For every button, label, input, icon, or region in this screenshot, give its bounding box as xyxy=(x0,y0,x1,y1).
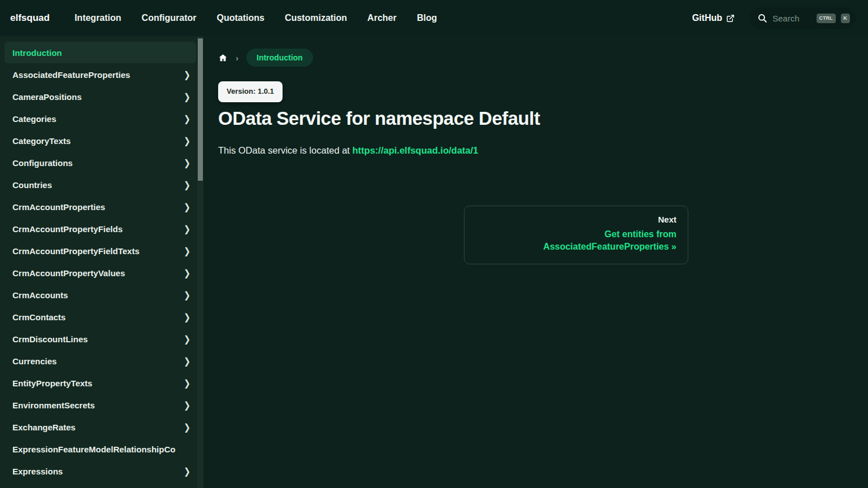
sidebar-item-crmdiscountlines[interactable]: CrmDiscountLines❯ xyxy=(5,328,196,350)
version-badge: Version: 1.0.1 xyxy=(218,81,283,102)
sidebar-item-label: CameraPositions xyxy=(12,92,178,102)
sidebar-item-entitypropertytexts[interactable]: EntityPropertyTexts❯ xyxy=(5,372,196,394)
chevron-right-icon: ❯ xyxy=(184,180,190,190)
main-nav: IntegrationConfiguratorQuotationsCustomi… xyxy=(75,13,437,23)
sidebar-item-introduction[interactable]: Introduction xyxy=(5,42,196,63)
breadcrumb: › Introduction xyxy=(218,49,688,67)
kbd-k: K xyxy=(841,14,850,23)
breadcrumb-current[interactable]: Introduction xyxy=(246,49,313,67)
sidebar-item-label: CrmContacts xyxy=(12,312,178,322)
nav-item-archer[interactable]: Archer xyxy=(367,13,397,23)
sidebar-item-label: ExpressionFeatureModelRelationshipCo xyxy=(12,445,190,454)
sidebar-item-label: CrmAccountProperties xyxy=(12,202,178,212)
sidebar-item-label: Currencies xyxy=(12,356,178,366)
sidebar-item-label: ExchangeRates xyxy=(12,422,178,432)
sidebar-item-categories[interactable]: Categories❯ xyxy=(5,108,196,129)
kbd-ctrl: CTRL xyxy=(817,14,836,23)
chevron-right-icon: ❯ xyxy=(184,91,190,102)
search-input[interactable]: Search CTRL K xyxy=(749,7,856,29)
sidebar-item-label: CrmAccounts xyxy=(12,290,178,300)
chevron-right-icon: ❯ xyxy=(184,378,190,388)
next-card-label: Next xyxy=(476,215,676,224)
sidebar-item-crmaccountpropertyfieldtexts[interactable]: CrmAccountPropertyFieldTexts❯ xyxy=(5,240,196,262)
breadcrumb-chevron-icon: › xyxy=(236,53,238,63)
nav-item-integration[interactable]: Integration xyxy=(75,13,121,23)
chevron-right-icon: ❯ xyxy=(184,202,190,212)
chevron-right-icon: ❯ xyxy=(184,69,190,80)
sidebar-item-crmaccountproperties[interactable]: CrmAccountProperties❯ xyxy=(5,196,196,217)
sidebar-item-associatedfeatureproperties[interactable]: AssociatedFeatureProperties❯ xyxy=(5,64,196,85)
chevron-right-icon: ❯ xyxy=(184,312,190,322)
nav-item-customization[interactable]: Customization xyxy=(285,13,347,23)
chevron-right-icon: ❯ xyxy=(184,224,190,234)
sidebar-item-expressionvariables[interactable]: ExpressionVariables❯ xyxy=(5,482,196,488)
chevron-right-icon: ❯ xyxy=(184,356,190,366)
chevron-right-icon: ❯ xyxy=(184,268,190,278)
sidebar-item-label: CrmAccountPropertyFieldTexts xyxy=(12,246,178,256)
sidebar-item-crmcontacts[interactable]: CrmContacts❯ xyxy=(5,306,196,328)
sidebar-item-label: Countries xyxy=(12,180,178,190)
next-card[interactable]: Next Get entities from AssociatedFeature… xyxy=(464,206,688,264)
top-nav-bar: elfsquad IntegrationConfiguratorQuotatio… xyxy=(0,0,868,36)
nav-item-blog[interactable]: Blog xyxy=(417,13,437,23)
sidebar-item-label: Categories xyxy=(12,114,178,124)
nav-item-configurator[interactable]: Configurator xyxy=(142,13,197,23)
sidebar-item-expressionfeaturemodelrelationshipco[interactable]: ExpressionFeatureModelRelationshipCo xyxy=(5,438,196,460)
chevron-right-icon: ❯ xyxy=(184,466,190,476)
sidebar-item-currencies[interactable]: Currencies❯ xyxy=(5,350,196,372)
sidebar-item-label: AssociatedFeatureProperties xyxy=(12,70,178,80)
chevron-right-icon: ❯ xyxy=(184,400,190,410)
sidebar-scrollbar-thumb[interactable] xyxy=(198,38,203,181)
sidebar-item-label: EntityPropertyTexts xyxy=(12,378,178,388)
page-title: OData Service for namespace Default xyxy=(218,108,688,129)
sidebar-item-label: Introduction xyxy=(12,48,190,58)
sidebar-item-exchangerates[interactable]: ExchangeRates❯ xyxy=(5,416,196,438)
next-card-link[interactable]: Get entities from AssociatedFeaturePrope… xyxy=(515,228,676,253)
sidebar-item-crmaccountpropertyvalues[interactable]: CrmAccountPropertyValues❯ xyxy=(5,262,196,284)
chevron-right-icon: ❯ xyxy=(184,114,190,124)
sidebar-item-expressions[interactable]: Expressions❯ xyxy=(5,460,196,482)
sidebar-item-categorytexts[interactable]: CategoryTexts❯ xyxy=(5,130,196,151)
sidebar-item-crmaccounts[interactable]: CrmAccounts❯ xyxy=(5,284,196,306)
home-icon[interactable] xyxy=(218,53,228,63)
search-placeholder: Search xyxy=(772,14,811,23)
sidebar-scrollbar[interactable] xyxy=(197,36,203,488)
header-right: GitHub Search CTRL K xyxy=(692,7,856,29)
sidebar-item-configurations[interactable]: Configurations❯ xyxy=(5,152,196,173)
chevron-right-icon: ❯ xyxy=(184,334,190,344)
search-icon xyxy=(757,13,767,23)
github-link-label: GitHub xyxy=(692,13,722,23)
service-location-text: This OData service is located at https:/… xyxy=(218,145,688,156)
nav-item-quotations[interactable]: Quotations xyxy=(216,13,264,23)
intro-text: This OData service is located at xyxy=(218,145,353,155)
chevron-right-icon: ❯ xyxy=(184,290,190,300)
chevron-right-icon: ❯ xyxy=(184,158,190,168)
sidebar-item-label: Configurations xyxy=(12,158,178,168)
sidebar-item-label: Expressions xyxy=(12,467,178,476)
service-url-link[interactable]: https://api.elfsquad.io/data/1 xyxy=(353,145,479,155)
sidebar-item-environmentsecrets[interactable]: EnvironmentSecrets❯ xyxy=(5,394,196,416)
sidebar-item-label: EnvironmentSecrets xyxy=(12,400,178,410)
github-link[interactable]: GitHub xyxy=(692,13,735,23)
chevron-right-icon: ❯ xyxy=(184,246,190,256)
sidebar-item-label: CrmDiscountLines xyxy=(12,334,178,344)
sidebar-item-label: CategoryTexts xyxy=(12,136,178,146)
logo[interactable]: elfsquad xyxy=(10,12,50,24)
main-content: › Introduction Version: 1.0.1 OData Serv… xyxy=(203,36,868,488)
external-link-icon xyxy=(726,14,735,23)
chevron-right-icon: ❯ xyxy=(184,136,190,146)
sidebar-list: IntroductionAssociatedFeatureProperties❯… xyxy=(5,42,196,488)
sidebar-item-camerapositions[interactable]: CameraPositions❯ xyxy=(5,86,196,107)
sidebar: IntroductionAssociatedFeatureProperties❯… xyxy=(0,36,203,488)
sidebar-item-crmaccountpropertyfields[interactable]: CrmAccountPropertyFields❯ xyxy=(5,218,196,239)
sidebar-item-label: CrmAccountPropertyValues xyxy=(12,268,178,278)
sidebar-item-countries[interactable]: Countries❯ xyxy=(5,174,196,195)
sidebar-item-label: CrmAccountPropertyFields xyxy=(12,224,178,234)
chevron-right-icon: ❯ xyxy=(184,422,190,432)
